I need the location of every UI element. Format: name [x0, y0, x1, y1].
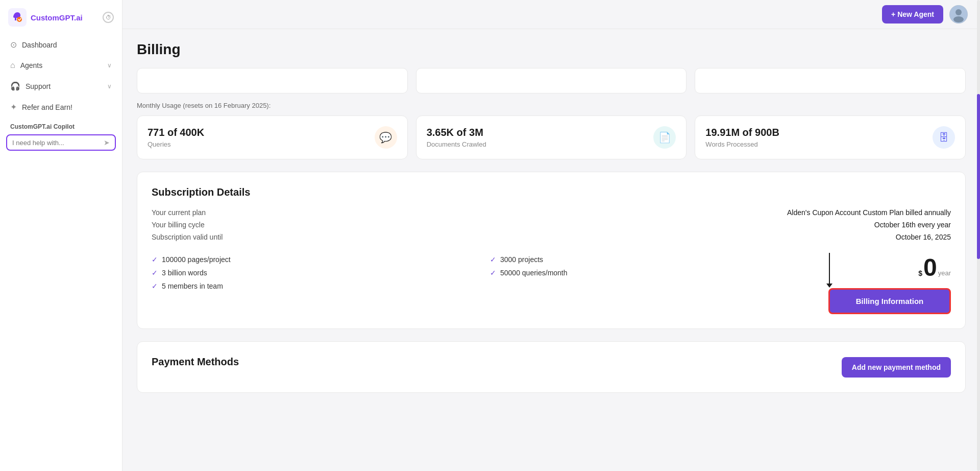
svg-point-1 [17, 17, 22, 22]
page-title: Billing [137, 41, 966, 58]
support-icon: 🎧 [10, 81, 20, 91]
sidebar-item-refer[interactable]: ✦ Refer and Earn! [4, 97, 118, 117]
arrow-line [829, 253, 830, 284]
cycle-label: Your billing cycle [152, 221, 205, 229]
chevron-down-icon: ∨ [107, 62, 112, 69]
subscription-title: Subscription Details [152, 186, 951, 198]
docs-value: 3.65K of 3M [427, 127, 486, 138]
words-value: 19.91M of 900B [705, 127, 779, 138]
feature-pages: ✓ 100000 pages/project [152, 255, 478, 264]
subscription-row-cycle: Your billing cycle October 16th every ye… [152, 221, 951, 229]
sidebar-item-label: Support [26, 82, 51, 90]
sidebar-item-label: Agents [20, 61, 43, 69]
sidebar: CustomGPT.ai ⏱ ⊙ Dashboard ⌂ Agents ∨ 🎧 … [0, 0, 122, 471]
check-icon: ✓ [490, 255, 496, 264]
subscription-section: Subscription Details Your current plan A… [137, 172, 966, 329]
logo-text: CustomGPT.ai [31, 13, 83, 22]
sidebar-item-dashboard[interactable]: ⊙ Dashboard [4, 35, 118, 55]
subscription-rows: Your current plan Alden's Cupon Account … [152, 208, 951, 241]
copilot-input[interactable] [12, 139, 104, 147]
dashboard-icon: ⊙ [10, 40, 17, 50]
usage-card-words: 19.91M of 900B Words Processed 🗄 [695, 115, 966, 159]
main-content: + New Agent Billing Monthly Usage (reset… [122, 0, 980, 471]
page-content: Billing Monthly Usage (resets on 16 Febr… [122, 29, 980, 471]
feature-projects: ✓ 3000 projects [490, 255, 816, 264]
plan-label: Your current plan [152, 208, 206, 217]
until-label: Subscription valid until [152, 233, 223, 241]
stat-card-stub-2 [416, 68, 687, 93]
price-display: $ 0 year [918, 255, 951, 280]
sidebar-item-label: Refer and Earn! [22, 103, 72, 111]
until-value: October 16, 2025 [896, 233, 951, 241]
docs-label: Documents Crawled [427, 140, 486, 148]
avatar [949, 5, 968, 23]
feature-members: ✓ 5 members in team [152, 282, 478, 290]
feature-queries-text: 50000 queries/month [500, 269, 568, 277]
sidebar-item-agents[interactable]: ⌂ Agents ∨ [4, 56, 118, 75]
price-amount: 0 [923, 255, 937, 280]
add-payment-button[interactable]: Add new payment method [842, 357, 951, 378]
sidebar-logo: CustomGPT.ai ⏱ [0, 8, 122, 35]
usage-reset-label: Monthly Usage (resets on 16 February 202… [137, 102, 966, 109]
check-icon: ✓ [490, 269, 496, 277]
price-dollar: $ [918, 269, 922, 277]
clock-icon[interactable]: ⏱ [103, 12, 114, 23]
sidebar-nav: ⊙ Dashboard ⌂ Agents ∨ 🎧 Support ∨ ✦ Ref… [0, 35, 122, 117]
pricing-col: $ 0 year Billing Information [828, 255, 951, 314]
payment-section: Payment Methods Add new payment method [137, 341, 966, 393]
copilot-label: CustomGPT.ai Copilot [0, 117, 122, 134]
feature-members-text: 5 members in team [162, 282, 223, 290]
plan-value: Alden's Cupon Account Custom Plan billed… [787, 208, 951, 217]
payment-section-title: Payment Methods [152, 356, 239, 368]
price-period: year [938, 269, 951, 277]
scrollbar-track[interactable] [977, 0, 980, 471]
arrow-head [826, 284, 832, 288]
sidebar-logo-inner: CustomGPT.ai [8, 8, 83, 27]
usage-card-queries: 771 of 400K Queries 💬 [137, 115, 408, 159]
queries-value: 771 of 400K [148, 127, 204, 138]
topbar: + New Agent [122, 0, 980, 29]
sidebar-item-support[interactable]: 🎧 Support ∨ [4, 76, 118, 96]
feature-words: ✓ 3 billion words [152, 269, 478, 277]
chevron-down-icon: ∨ [107, 83, 112, 90]
usage-cards: 771 of 400K Queries 💬 3.65K of 3M Docume… [137, 115, 966, 159]
feature-words-text: 3 billion words [162, 269, 207, 277]
feature-queries: ✓ 50000 queries/month [490, 269, 816, 277]
subscription-row-until: Subscription valid until October 16, 202… [152, 233, 951, 241]
words-label: Words Processed [705, 140, 779, 148]
logo-icon [8, 8, 27, 27]
usage-card-docs: 3.65K of 3M Documents Crawled 📄 [416, 115, 687, 159]
feature-pages-text: 100000 pages/project [162, 255, 231, 264]
billing-info-button[interactable]: Billing Information [828, 288, 951, 314]
new-agent-button[interactable]: + New Agent [882, 5, 943, 23]
arrow-annotation [826, 253, 832, 288]
copilot-input-wrapper[interactable]: ➤ [6, 134, 116, 151]
scrollbar-thumb[interactable] [977, 94, 980, 259]
features-pricing-row: ✓ 100000 pages/project ✓ 3 billion words… [152, 255, 951, 314]
stat-card-stub-3 [695, 68, 966, 93]
avatar-image [949, 5, 968, 23]
stat-card-stub-1 [137, 68, 408, 93]
check-icon: ✓ [152, 255, 158, 264]
send-icon[interactable]: ➤ [104, 138, 110, 147]
subscription-row-plan: Your current plan Alden's Cupon Account … [152, 208, 951, 217]
queries-label: Queries [148, 140, 204, 148]
sidebar-item-label: Dashboard [22, 41, 57, 49]
check-icon: ✓ [152, 269, 158, 277]
stats-partial-cards [137, 68, 966, 93]
features-col-1: ✓ 100000 pages/project ✓ 3 billion words… [152, 255, 478, 290]
refer-icon: ✦ [10, 102, 17, 112]
cycle-value: October 16th every year [874, 221, 951, 229]
feature-projects-text: 3000 projects [500, 255, 543, 264]
words-icon: 🗄 [933, 126, 955, 149]
svg-point-4 [953, 16, 964, 22]
check-icon: ✓ [152, 282, 158, 290]
docs-icon: 📄 [653, 126, 676, 149]
queries-icon: 💬 [375, 126, 397, 149]
features-col-2: ✓ 3000 projects ✓ 50000 queries/month [490, 255, 816, 277]
svg-point-3 [955, 9, 962, 15]
agents-icon: ⌂ [10, 61, 15, 70]
